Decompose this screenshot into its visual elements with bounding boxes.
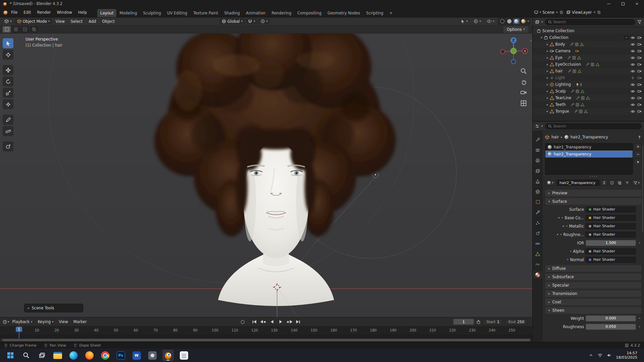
filter-icon[interactable]	[637, 20, 642, 24]
metallic-input-button[interactable]: Hair Shader	[586, 223, 636, 229]
timeline-scrollbar[interactable]	[0, 338, 532, 342]
ior-slider[interactable]: 1.500	[586, 240, 636, 246]
tab-uv-editing[interactable]: UV Editing	[164, 9, 190, 17]
menu-playback[interactable]: Playback▾	[10, 319, 35, 325]
previous-keyframe-button[interactable]	[260, 318, 267, 325]
tab-object[interactable]	[533, 198, 542, 206]
hide-viewport-icon[interactable]	[631, 96, 635, 100]
dopesheet-strip[interactable]	[0, 334, 532, 338]
disable-render-icon[interactable]	[637, 96, 642, 100]
next-keyframe-button[interactable]	[286, 318, 293, 325]
expand-icon[interactable]: ▸	[547, 103, 548, 106]
select-mode-new-button[interactable]	[3, 26, 11, 33]
search-input[interactable]	[553, 20, 632, 24]
hide-viewport-icon[interactable]	[631, 109, 635, 114]
measure-tool[interactable]	[3, 126, 13, 136]
tab-output[interactable]	[533, 157, 542, 164]
add-workspace-button[interactable]: +	[386, 9, 396, 17]
outliner-item-light[interactable]: ▸ Light	[533, 74, 644, 81]
hide-viewport-icon[interactable]	[631, 89, 635, 94]
menu-keying[interactable]: Keying▾	[35, 319, 56, 325]
disable-render-icon[interactable]	[637, 56, 642, 60]
hide-viewport-icon[interactable]	[631, 103, 635, 107]
menu-add[interactable]: Add	[86, 18, 99, 24]
firefox-button[interactable]	[84, 350, 95, 361]
mode-selector[interactable]: Object Mode ▾	[15, 18, 52, 24]
expand-icon[interactable]: ▸	[547, 90, 548, 93]
expand-icon[interactable]: ▸	[547, 63, 548, 66]
tab-modeling[interactable]: Modeling	[116, 9, 140, 17]
new-viewlayer-icon[interactable]	[597, 10, 601, 14]
jump-to-end-button[interactable]	[295, 318, 302, 325]
menu-help[interactable]: Help	[75, 9, 90, 16]
stopwatch-icon[interactable]	[476, 320, 481, 324]
outliner-item-hair[interactable]: ▸ hair	[533, 68, 644, 74]
properties-editor-icon[interactable]	[535, 124, 539, 128]
expand-icon[interactable]: ▸	[547, 97, 548, 100]
overlays-dropdown[interactable]: ▾	[485, 18, 497, 24]
decorator-dot[interactable]: •	[638, 325, 642, 328]
sheen-roughness-slider[interactable]: 0.050	[586, 324, 636, 330]
tab-particles[interactable]	[533, 219, 542, 227]
outliner-item-scalp[interactable]: ▸ Scalp	[533, 88, 644, 95]
collapse-icon[interactable]: ▾	[541, 36, 542, 39]
shading-dropdown-icon[interactable]: ▾	[527, 20, 529, 23]
edge-button[interactable]	[68, 350, 79, 361]
expand-icon[interactable]: ▸	[547, 83, 548, 86]
decorator-dot[interactable]: •	[638, 241, 642, 245]
scene-unlink-icon[interactable]: ✕	[556, 11, 558, 14]
chevron-down-icon[interactable]: ▾	[540, 11, 541, 14]
tab-world[interactable]	[533, 188, 542, 195]
tab-scene[interactable]	[533, 177, 542, 185]
disable-render-icon[interactable]	[637, 62, 642, 67]
properties-search[interactable]	[545, 123, 642, 129]
scale-tool[interactable]	[3, 88, 13, 98]
material-slot-list[interactable]: hair1_Transparency hair2_Transparency	[545, 143, 633, 175]
shading-material-button[interactable]	[513, 18, 520, 24]
jump-to-start-button[interactable]	[251, 318, 258, 325]
tab-constraints[interactable]	[533, 240, 542, 247]
expand-icon[interactable]: ▸	[547, 56, 548, 59]
tab-view-layer[interactable]	[533, 167, 542, 175]
exclude-checkbox[interactable]: ✓	[625, 36, 628, 40]
disable-render-icon[interactable]	[637, 36, 642, 40]
expand-icon[interactable]: ▸	[558, 216, 560, 219]
new-material-button[interactable]	[616, 180, 623, 186]
blender-taskbar-button[interactable]	[162, 350, 174, 361]
menu-file[interactable]: File	[8, 9, 20, 16]
file-explorer-button[interactable]	[52, 350, 63, 361]
slot-specials-button[interactable]: ▾	[634, 159, 642, 165]
start-button[interactable]	[5, 350, 16, 361]
preview-section-header[interactable]: ▸ Preview	[545, 189, 642, 197]
word-button[interactable]: W	[131, 350, 142, 361]
play-button[interactable]	[277, 318, 284, 325]
outliner-editor-icon[interactable]	[535, 20, 539, 24]
roughness-input-button[interactable]: Hair Shader	[586, 232, 636, 238]
shading-wireframe-button[interactable]	[499, 18, 505, 24]
auto-keying-icon[interactable]	[241, 320, 245, 324]
hide-viewport-icon[interactable]	[631, 69, 635, 73]
transform-orientation-selector[interactable]: Global ▾	[219, 18, 245, 24]
outliner-search[interactable]	[545, 19, 635, 25]
tab-geometry-nodes[interactable]: Geometry Nodes	[325, 9, 363, 17]
tab-tool[interactable]	[533, 136, 542, 143]
taskbar-search-button[interactable]	[20, 350, 32, 361]
close-button[interactable]: ✕	[630, 0, 644, 7]
menu-window[interactable]: Window	[54, 9, 75, 16]
task-view-button[interactable]	[36, 350, 48, 361]
tab-physics[interactable]	[533, 229, 542, 237]
axis-z-label[interactable]: Z	[512, 39, 515, 42]
outliner-item-body[interactable]: ▸ Body	[533, 41, 644, 48]
camera-view-icon[interactable]	[520, 89, 527, 96]
outliner-item-eyeocclusion[interactable]: ▸ EyeOcclusion	[533, 61, 644, 68]
hide-viewport-icon[interactable]	[631, 49, 635, 53]
menu-select[interactable]: Select	[68, 18, 85, 24]
chrome-button[interactable]	[99, 350, 111, 361]
timeline-ruler[interactable]: 10 20 30 40 50 60 70 80 90 100 110 120 1…	[0, 326, 532, 334]
viewlayer-name[interactable]: ViewLayer	[572, 10, 592, 15]
chevron-down-icon[interactable]: ▾	[8, 320, 9, 323]
transmission-section-header[interactable]: ▸Transmission	[545, 290, 642, 297]
tab-sculpting[interactable]: Sculpting	[140, 9, 164, 17]
editor-type-button[interactable]: ▾	[2, 18, 14, 24]
select-mode-subtract-button[interactable]	[21, 26, 29, 33]
